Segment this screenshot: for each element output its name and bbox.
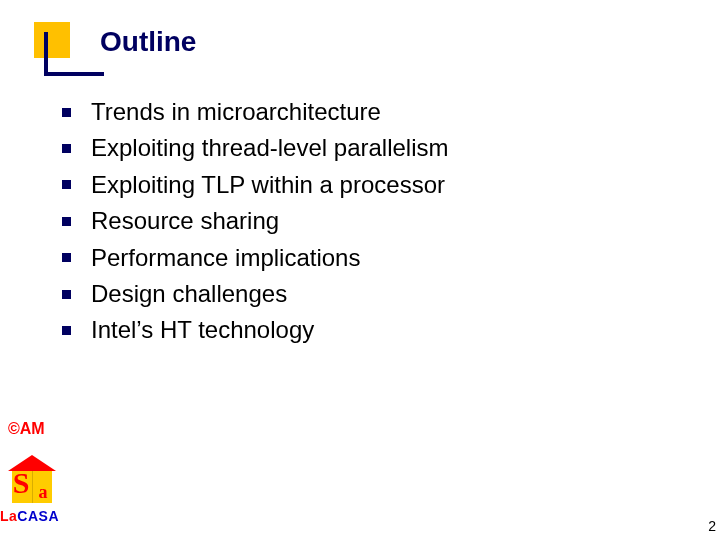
list-item: Design challenges [62,278,449,310]
bullet-text: Intel’s HT technology [91,314,314,346]
bullet-text: Exploiting thread-level parallelism [91,132,449,164]
bullet-text: Trends in microarchitecture [91,96,381,128]
page-number: 2 [708,518,716,534]
footer-lab-name: LaCASA [0,508,59,524]
navy-horizontal-bar [44,72,104,76]
logo-letter-s: S [8,467,34,499]
logo-letter-a: a [32,482,54,503]
slide-title: Outline [100,26,196,58]
footer-la: La [0,508,17,524]
bullet-square-icon [62,326,71,335]
bullet-square-icon [62,144,71,153]
lab-logo: S a [8,455,56,503]
navy-vertical-bar [44,32,48,76]
author-copyright: ©AM [8,420,45,438]
bullet-text: Resource sharing [91,205,279,237]
list-item: Exploiting thread-level parallelism [62,132,449,164]
list-item: Intel’s HT technology [62,314,449,346]
bullet-square-icon [62,180,71,189]
bullet-square-icon [62,217,71,226]
orange-square-icon [34,22,70,58]
bullet-text: Performance implications [91,242,360,274]
bullet-square-icon [62,290,71,299]
list-item: Exploiting TLP within a processor [62,169,449,201]
bullet-square-icon [62,108,71,117]
bullet-list: Trends in microarchitecture Exploiting t… [62,96,449,351]
list-item: Performance implications [62,242,449,274]
slide: Outline Trends in microarchitecture Expl… [0,0,720,540]
list-item: Resource sharing [62,205,449,237]
bullet-square-icon [62,253,71,262]
title-decoration [34,22,74,62]
bullet-text: Design challenges [91,278,287,310]
list-item: Trends in microarchitecture [62,96,449,128]
footer-casa: CASA [17,508,59,524]
bullet-text: Exploiting TLP within a processor [91,169,445,201]
